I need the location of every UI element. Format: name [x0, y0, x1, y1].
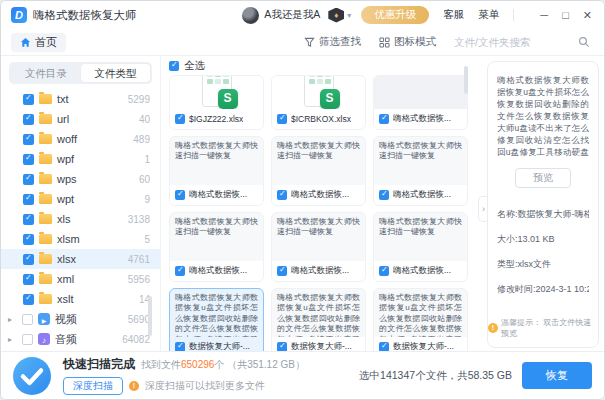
select-all-checkbox[interactable]	[169, 61, 179, 71]
support-link[interactable]: 客服	[443, 8, 464, 22]
sidebar-item-wpf[interactable]: wpf1	[1, 149, 160, 169]
file-card[interactable]: 嗨格式数据恢复大师快速扫描一键恢复嗨格式数据恢...	[271, 212, 366, 282]
grid-scrollbar[interactable]	[464, 66, 468, 94]
main-panel: 全选 S$IGJZ222.xlsxS$ICRBKOX.xlsx嗨格式数据恢...…	[161, 56, 483, 351]
content-area: 文件目录 文件类型 txt5299url40woff489wpf1wps60wp…	[1, 56, 604, 351]
checkbox[interactable]	[277, 266, 287, 276]
sidebar-item-音频[interactable]: ▸音频64082	[1, 329, 160, 349]
file-content-preview: 嗨格式数据恢复大师数据恢复u盘文件损坏怎么恢复数据回收站删除的文件怎么恢复数据恢…	[497, 74, 589, 160]
file-card[interactable]: 嗨格式数据恢复大师快速扫描一键恢复嗨格式数据恢...	[271, 136, 366, 206]
checkbox[interactable]	[23, 234, 34, 245]
sidebar-item-xml[interactable]: xml5956	[1, 269, 160, 289]
chevron-down-icon[interactable]: ▾	[347, 11, 351, 20]
excel-badge-icon: S	[320, 89, 340, 109]
file-count: 489	[133, 134, 150, 145]
deep-scan-button[interactable]: 深度扫描	[63, 377, 123, 395]
upgrade-button[interactable]: 优惠升级	[361, 6, 429, 24]
folder-icon	[39, 154, 52, 164]
checkbox[interactable]	[23, 94, 34, 105]
expand-icon[interactable]: ▸	[8, 315, 17, 324]
search-input[interactable]	[454, 36, 572, 48]
menu-link[interactable]: 菜单	[478, 8, 499, 22]
preview-button[interactable]: 预览	[515, 168, 571, 188]
sidebar-item-xlsx[interactable]: xlsx4761	[1, 249, 160, 269]
checkbox[interactable]	[379, 190, 389, 200]
recover-button[interactable]: 恢复	[522, 362, 592, 389]
card-footer: 嗨格式数据恢...	[170, 185, 263, 205]
file-name: $ICRBKOX.xlsx	[291, 114, 351, 124]
checkbox[interactable]	[379, 266, 389, 276]
minimize-button[interactable]: ─	[540, 10, 548, 21]
file-card[interactable]: 嗨格式数据恢复大师数据恢复u盘文件损坏怎么恢复数据回收站删除的文件怎么恢复数据恢…	[271, 288, 366, 351]
checkbox[interactable]	[379, 342, 389, 351]
text-preview: 嗨格式数据恢复大师数据恢复u盘文件损坏怎么恢复数据回收站删除的文件怎么恢复数据恢…	[170, 289, 263, 337]
file-name: 数据恢复大师-...	[291, 341, 352, 351]
sidebar-item-url[interactable]: url40	[1, 109, 160, 129]
checkbox[interactable]	[379, 114, 389, 124]
checkbox[interactable]	[22, 334, 33, 345]
close-button[interactable]: ✕	[583, 10, 592, 21]
checkbox[interactable]	[23, 194, 34, 205]
tab-file-directory[interactable]: 文件目录	[11, 64, 81, 82]
sidebar-scrollbar[interactable]	[148, 296, 152, 336]
sidebar: 文件目录 文件类型 txt5299url40woff489wpf1wps60wp…	[1, 56, 161, 351]
checkbox[interactable]	[22, 314, 33, 325]
file-card[interactable]: 嗨格式数据恢...	[373, 75, 468, 130]
checkbox[interactable]	[23, 174, 34, 185]
sidebar-item-视频[interactable]: ▸视频5690	[1, 309, 160, 329]
checkbox[interactable]	[23, 154, 34, 165]
expand-icon[interactable]: ▸	[8, 335, 17, 344]
maximize-button[interactable]: □	[562, 10, 569, 21]
home-label: 首页	[35, 35, 57, 50]
file-card[interactable]: S$IGJZ222.xlsx	[169, 75, 264, 130]
checkbox[interactable]	[23, 274, 34, 285]
icon-mode-button[interactable]: 图标模式	[379, 35, 436, 49]
checkbox[interactable]	[23, 214, 34, 225]
file-card[interactable]: 嗨格式数据恢复大师数据恢复u盘文件损坏怎么恢复数据回收站删除的文件怎么恢复数据恢…	[373, 288, 468, 351]
file-details: 名称:数据恢复大师-嗨格式x...大小:13.01 KB类型:xlsx文件修改时…	[497, 208, 589, 296]
file-type-name: url	[57, 113, 69, 125]
checkbox[interactable]	[175, 342, 185, 351]
select-all-row: 全选	[169, 59, 477, 73]
sidebar-item-txt[interactable]: txt5299	[1, 89, 160, 109]
sidebar-item-wps[interactable]: wps60	[1, 169, 160, 189]
search-box	[454, 36, 590, 48]
checkbox[interactable]	[23, 134, 34, 145]
sidebar-item-woff[interactable]: woff489	[1, 129, 160, 149]
file-card[interactable]: 嗨格式数据恢复大师数据恢复u盘文件损坏怎么恢复数据回收站删除的文件怎么恢复数据恢…	[169, 288, 264, 351]
avatar[interactable]	[242, 7, 259, 24]
select-all-label: 全选	[184, 59, 205, 73]
card-footer: 嗨格式数据恢...	[374, 185, 467, 205]
home-tab[interactable]: 首页	[11, 33, 66, 52]
sidebar-item-xls[interactable]: xls3138	[1, 209, 160, 229]
checkbox[interactable]	[23, 294, 34, 305]
found-count: 650296	[181, 359, 214, 370]
checkbox[interactable]	[23, 254, 34, 265]
checkbox[interactable]	[175, 266, 185, 276]
checkbox[interactable]	[175, 190, 185, 200]
file-card[interactable]: 嗨格式数据恢复大师快速扫描一键恢复嗨格式数据恢...	[373, 212, 468, 282]
checkbox[interactable]	[23, 114, 34, 125]
tab-file-type[interactable]: 文件类型	[81, 64, 151, 82]
app-title: 嗨格式数据恢复大师	[33, 8, 137, 23]
file-card[interactable]: 嗨格式数据恢复大师快速扫描一键恢复嗨格式数据恢...	[373, 136, 468, 206]
checkbox[interactable]	[277, 190, 287, 200]
file-card[interactable]: 嗨格式数据恢复大师快速扫描一键恢复嗨格式数据恢...	[169, 136, 264, 206]
checkbox[interactable]	[277, 342, 287, 351]
card-footer: 嗨格式数据恢...	[374, 109, 467, 129]
file-card[interactable]: 嗨格式数据恢复大师快速扫描一键恢复嗨格式数据恢...	[169, 212, 264, 282]
file-name: 嗨格式数据恢...	[189, 265, 247, 277]
sidebar-item-wpt[interactable]: wpt9	[1, 189, 160, 209]
sidebar-item-xlsm[interactable]: xlsm5	[1, 229, 160, 249]
filter-label: 筛选查找	[319, 35, 361, 49]
sidebar-item-xslt[interactable]: xslt14	[1, 289, 160, 309]
scan-found-text: 找到文件650296个 （共351.12 GB）	[141, 358, 305, 372]
filter-button[interactable]: 筛选查找	[304, 35, 361, 49]
folder-icon	[39, 114, 52, 124]
vip-badge-icon[interactable]: ♦	[328, 8, 344, 23]
tip-row: ! 温馨提示： 双击文件快速预览	[488, 317, 598, 339]
checkbox[interactable]	[277, 114, 287, 124]
checkbox[interactable]	[175, 114, 185, 124]
file-card[interactable]: S$ICRBKOX.xlsx	[271, 75, 366, 130]
search-icon[interactable]	[578, 36, 590, 48]
